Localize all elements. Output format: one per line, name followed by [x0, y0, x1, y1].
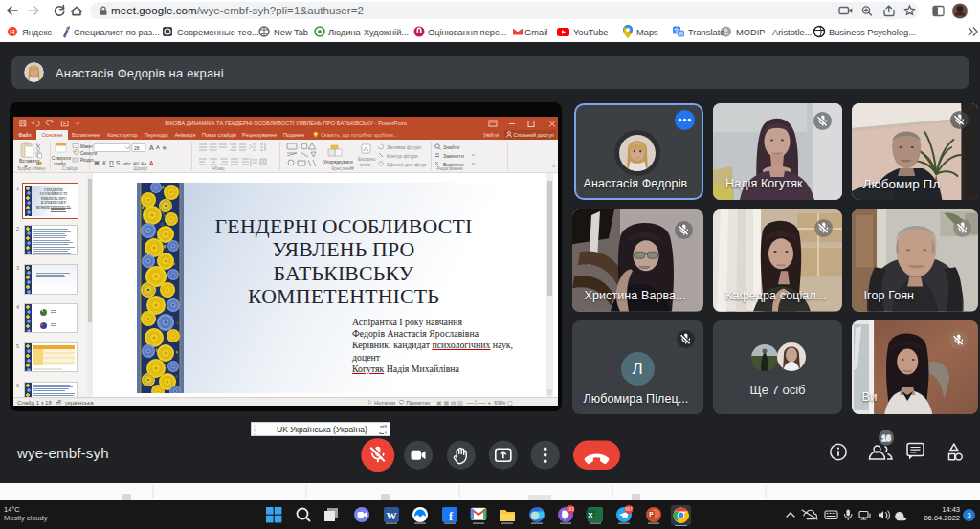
svg-text:A: A: [149, 160, 154, 166]
svg-text:667: 667: [625, 507, 633, 512]
svg-text:Контур фігури: Контур фігури: [387, 153, 418, 159]
svg-text:Translate: Translate: [688, 28, 724, 37]
svg-text:Aa: Aa: [141, 161, 146, 166]
svg-text:Business Psycholog...: Business Psycholog...: [829, 28, 916, 37]
svg-text:·: ·: [157, 160, 159, 166]
svg-text:X: X: [588, 511, 593, 519]
svg-text:P: P: [649, 511, 654, 518]
svg-text:MODIP - Aristotle...: MODIP - Aristotle...: [736, 28, 812, 37]
svg-text:Ж: Ж: [93, 160, 100, 166]
svg-text:Упорядкувати: Упорядкувати: [323, 160, 353, 165]
svg-text:Maps: Maps: [636, 28, 658, 37]
svg-text:A: A: [156, 144, 160, 150]
svg-text:Створити: Створити: [52, 156, 72, 161]
svg-text:Макет: Макет: [80, 144, 94, 149]
svg-text:abc: abc: [123, 161, 132, 166]
svg-text:Замінити: Замінити: [443, 153, 464, 159]
svg-text:стилі: стилі: [360, 163, 370, 167]
svg-text:Заливка фігури: Заливка фігури: [387, 144, 421, 150]
svg-text:Специалист по раз...: Специалист по раз...: [74, 28, 160, 37]
svg-text:New Tab: New Tab: [274, 28, 308, 37]
svg-text:Виділити: Виділити: [443, 162, 464, 167]
svg-text:Ефекти для фігур: Ефекти для фігур: [387, 162, 426, 167]
svg-text:S: S: [116, 160, 121, 166]
svg-text:Яндекс: Яндекс: [22, 28, 53, 37]
svg-text:Розділ: Розділ: [80, 158, 94, 163]
svg-text:Експрес-: Експрес-: [358, 157, 377, 162]
svg-text:A: A: [149, 144, 154, 151]
svg-text:Современные тео...: Современные тео...: [177, 28, 259, 37]
svg-text:Я: Я: [10, 28, 15, 36]
svg-text:❖: ❖: [162, 145, 167, 151]
svg-text:Людина-Художній...: Людина-Художній...: [328, 28, 409, 37]
svg-text:Оцінювання перс...: Оцінювання перс...: [428, 28, 506, 37]
svg-text:AV: AV: [133, 161, 140, 166]
svg-text:слайд: слайд: [54, 161, 66, 166]
svg-text:П: П: [109, 160, 114, 166]
svg-text:28: 28: [134, 145, 140, 151]
svg-text:183: 183: [567, 507, 574, 512]
svg-text:16: 16: [881, 433, 891, 443]
svg-text:Gmail: Gmail: [524, 28, 547, 37]
svg-text:G: G: [679, 31, 683, 36]
svg-text:Знайти: Знайти: [443, 144, 459, 150]
svg-text:W: W: [387, 510, 397, 521]
svg-text:YouTube: YouTube: [573, 28, 609, 37]
svg-text:К: К: [102, 160, 107, 166]
